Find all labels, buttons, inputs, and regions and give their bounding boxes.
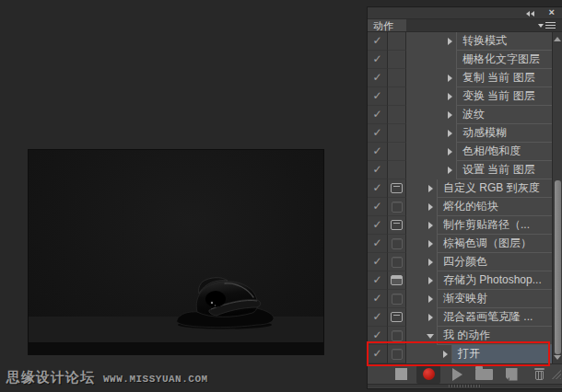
action-row-motion-blur[interactable]: ✓ 动感模糊 — [368, 124, 562, 143]
expand-triangle-icon[interactable] — [424, 314, 437, 321]
expand-triangle-icon[interactable] — [443, 167, 456, 174]
expand-triangle-icon[interactable] — [424, 185, 437, 192]
expand-triangle-icon[interactable] — [439, 351, 451, 358]
action-row-duplicate-layer[interactable]: ✓ 复制 当前 图层 — [368, 69, 562, 87]
include-checkbox[interactable]: ✓ — [368, 290, 388, 308]
action-row-save-as-photoshop[interactable]: ✓ 存储为 Photoshop... — [368, 271, 562, 290]
expand-triangle-icon[interactable] — [424, 240, 437, 248]
tab-actions[interactable]: 动作 — [368, 19, 406, 31]
include-checkbox[interactable]: ✓ — [368, 69, 388, 87]
play-button[interactable] — [442, 365, 470, 384]
row-label[interactable]: 棕褐色调（图层） — [437, 235, 562, 253]
expand-triangle-icon[interactable] — [443, 111, 456, 119]
collapse-panel-icon[interactable] — [526, 11, 534, 17]
action-row-gradient-map[interactable]: ✓ 渐变映射 — [368, 290, 562, 308]
expand-triangle-icon[interactable] — [424, 222, 437, 229]
dialog-toggle[interactable] — [388, 216, 406, 235]
dialog-toggle[interactable] — [388, 143, 406, 161]
dialog-toggle[interactable] — [388, 327, 406, 345]
include-checkbox[interactable]: ✓ — [368, 161, 388, 179]
action-row-rasterize-type[interactable]: ✓ 栅格化文字图层 — [368, 51, 562, 69]
scrollbar[interactable] — [552, 32, 562, 363]
action-row-my-actions[interactable]: ✓ 我 的动作 — [368, 327, 562, 345]
dialog-toggle[interactable] — [388, 32, 406, 51]
action-row-quadrant-colors[interactable]: ✓ 四分颜色 — [368, 253, 562, 271]
row-label[interactable]: 熔化的铅块 — [437, 198, 562, 216]
include-checkbox[interactable]: ✓ — [368, 124, 388, 143]
expand-triangle-icon[interactable] — [443, 148, 456, 156]
dialog-toggle[interactable] — [388, 87, 406, 106]
dialog-toggle[interactable] — [388, 271, 406, 290]
dialog-toggle[interactable] — [388, 161, 406, 179]
row-label[interactable]: 转换模式 — [456, 32, 562, 51]
row-label[interactable]: 动感模糊 — [456, 124, 562, 143]
expand-triangle-icon[interactable] — [424, 203, 437, 211]
row-label[interactable]: 波纹 — [456, 106, 562, 124]
new-action-button[interactable] — [498, 365, 525, 384]
include-checkbox[interactable]: ✓ — [368, 32, 388, 51]
dialog-toggle[interactable] — [388, 308, 406, 327]
action-row-make-clipping-path[interactable]: ✓ 制作剪贴路径（... — [368, 216, 562, 235]
row-label[interactable]: 我 的动作 — [437, 327, 562, 345]
action-row-set-layer[interactable]: ✓ 设置 当前 图层 — [368, 161, 562, 179]
include-checkbox[interactable]: ✓ — [368, 198, 388, 216]
row-label[interactable]: 变换 当前 图层 — [456, 87, 562, 106]
panel-titlebar[interactable]: × — [368, 7, 562, 19]
row-label[interactable]: 制作剪贴路径（... — [437, 216, 562, 235]
row-label[interactable]: 自定义 RGB 到灰度 — [437, 179, 562, 198]
row-label[interactable]: 栅格化文字图层 — [456, 51, 562, 69]
row-label[interactable]: 四分颜色 — [437, 253, 562, 271]
collapse-triangle-icon[interactable] — [424, 334, 437, 339]
include-checkbox[interactable]: ✓ — [368, 253, 388, 271]
expand-triangle-icon[interactable] — [443, 38, 456, 45]
dialog-toggle[interactable] — [388, 124, 406, 143]
row-label[interactable]: 存储为 Photoshop... — [437, 271, 562, 290]
dialog-toggle[interactable] — [388, 253, 406, 271]
expand-triangle-icon[interactable] — [443, 130, 456, 137]
new-set-button[interactable] — [470, 365, 498, 384]
expand-triangle-icon[interactable] — [443, 75, 456, 82]
include-checkbox[interactable]: ✓ — [368, 216, 388, 235]
include-checkbox[interactable]: ✓ — [368, 179, 388, 198]
include-checkbox[interactable]: ✓ — [368, 87, 388, 106]
action-row-convert-mode[interactable]: ✓ 转换模式 — [368, 32, 562, 51]
expand-triangle-icon[interactable] — [424, 259, 437, 266]
row-label[interactable]: 设置 当前 图层 — [456, 161, 562, 179]
action-row-ripple[interactable]: ✓ 波纹 — [368, 106, 562, 124]
stop-button[interactable] — [387, 365, 415, 384]
scroll-up-icon[interactable] — [554, 37, 561, 41]
dialog-toggle[interactable] — [388, 51, 406, 69]
include-checkbox[interactable]: ✓ — [368, 327, 388, 345]
dialog-toggle[interactable] — [388, 290, 406, 308]
include-checkbox[interactable]: ✓ — [368, 51, 388, 69]
record-button[interactable] — [416, 365, 440, 384]
row-label[interactable]: 复制 当前 图层 — [456, 69, 562, 87]
dialog-toggle[interactable] — [388, 179, 406, 198]
include-checkbox[interactable]: ✓ — [368, 106, 388, 124]
action-row-open-selected[interactable]: ✓ 打开 — [368, 345, 562, 363]
action-row-transform-layer[interactable]: ✓ 变换 当前 图层 — [368, 87, 562, 106]
action-row-molten-lead[interactable]: ✓ 熔化的铅块 — [368, 198, 562, 216]
include-checkbox[interactable]: ✓ — [368, 308, 388, 327]
dialog-toggle[interactable] — [388, 235, 406, 253]
row-label[interactable]: 混合器画笔克隆 ... — [437, 308, 562, 327]
dialog-toggle[interactable] — [388, 69, 406, 87]
row-label[interactable]: 色相/饱和度 — [456, 143, 562, 161]
expand-triangle-icon[interactable] — [424, 295, 437, 303]
action-row-mixer-brush-clone[interactable]: ✓ 混合器画笔克隆 ... — [368, 308, 562, 327]
expand-triangle-icon[interactable] — [424, 277, 437, 284]
action-row-sepia-toning[interactable]: ✓ 棕褐色调（图层） — [368, 235, 562, 253]
include-checkbox[interactable]: ✓ — [368, 345, 388, 363]
row-label[interactable]: 打开 — [451, 345, 562, 363]
dialog-toggle[interactable] — [388, 198, 406, 216]
panel-menu-icon[interactable] — [538, 19, 556, 31]
include-checkbox[interactable]: ✓ — [368, 143, 388, 161]
scrollbar-thumb[interactable] — [555, 180, 561, 354]
include-checkbox[interactable]: ✓ — [368, 271, 388, 290]
close-icon[interactable]: × — [549, 6, 555, 18]
panel-resize-edge[interactable] — [368, 384, 562, 387]
dialog-toggle[interactable] — [388, 106, 406, 124]
action-row-custom-rgb-to-gray[interactable]: ✓ 自定义 RGB 到灰度 — [368, 179, 562, 198]
include-checkbox[interactable]: ✓ — [368, 235, 388, 253]
expand-triangle-icon[interactable] — [443, 93, 456, 100]
